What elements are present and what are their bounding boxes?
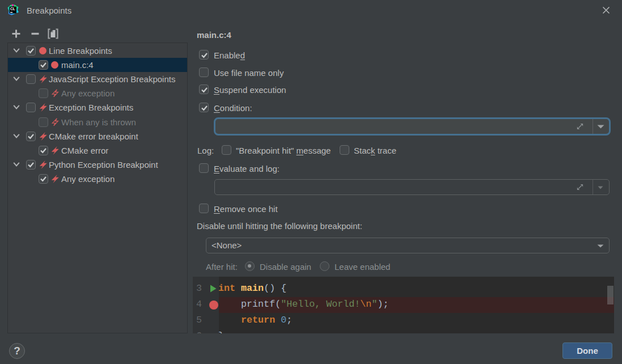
svg-text:CL: CL	[10, 7, 15, 11]
